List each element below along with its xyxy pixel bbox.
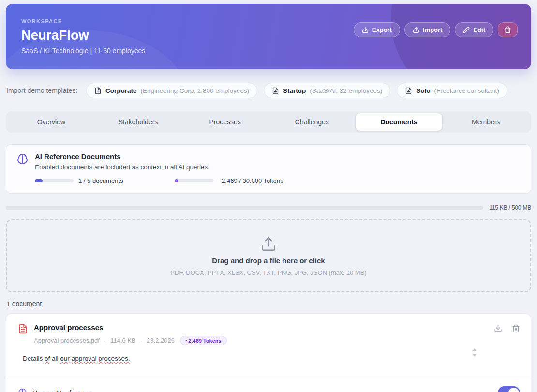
- storage-usage-label: 115 KB / 500 MB: [489, 204, 531, 211]
- ai-reference-toggle-label: Use as AI reference: [32, 389, 492, 392]
- workspace-header: WORKSPACE NeuraFlow SaaS / KI-Technologi…: [6, 4, 531, 69]
- download-document-button[interactable]: [493, 323, 503, 333]
- upload-icon: [413, 27, 419, 33]
- tab-bar: Overview Stakeholders Processes Challeng…: [6, 111, 531, 133]
- ai-reference-card: AI Reference Documents Enabled documents…: [6, 144, 531, 194]
- pencil-icon: [463, 27, 470, 33]
- document-head: Approval processes Approval processes.pd…: [18, 323, 521, 345]
- workspace-page: WORKSPACE NeuraFlow SaaS / KI-Technologi…: [6, 4, 531, 392]
- template-corporate-button[interactable]: Corporate (Engineering Corp, 2,800 emplo…: [86, 83, 257, 98]
- upload-icon: [260, 236, 277, 252]
- edit-button[interactable]: Edit: [455, 22, 493, 37]
- pdf-file-icon: [18, 324, 28, 345]
- meta-separator: ·: [140, 337, 142, 344]
- tokens-badge: ~2.469 Tokens: [180, 336, 227, 345]
- tab-overview[interactable]: Overview: [8, 113, 95, 131]
- file-chart-icon: [272, 87, 279, 94]
- document-title: Approval processes: [34, 323, 227, 332]
- document-filename: Approval processes.pdf: [34, 337, 100, 344]
- export-button[interactable]: Export: [354, 22, 400, 37]
- file-chart-icon: [405, 87, 412, 94]
- document-meta: Approval processes.pdf · 114.6 KB · 23.2…: [34, 336, 227, 345]
- template-detail: (Freelance consultant): [434, 87, 499, 94]
- template-detail: (SaaS/AI, 32 employees): [310, 87, 382, 94]
- ai-reference-title: AI Reference Documents: [35, 152, 283, 161]
- trash-icon: [512, 324, 520, 332]
- meta-separator: ·: [104, 337, 106, 344]
- download-icon: [362, 27, 369, 33]
- trash-icon: [504, 26, 511, 33]
- brain-icon: [17, 153, 28, 165]
- delete-document-button[interactable]: [511, 323, 521, 333]
- template-startup-button[interactable]: Startup (SaaS/AI, 32 employees): [264, 83, 390, 98]
- document-count-label: 1 document: [6, 300, 531, 308]
- tab-processes[interactable]: Processes: [181, 113, 268, 131]
- document-info: Approval processes Approval processes.pd…: [34, 323, 227, 345]
- delete-workspace-button[interactable]: [498, 22, 518, 37]
- brain-icon: [18, 388, 27, 392]
- template-name: Startup: [283, 87, 306, 94]
- tokens-progress-bar: [175, 179, 213, 182]
- documents-progress-bar: [35, 179, 74, 182]
- resize-handle[interactable]: [473, 348, 477, 357]
- document-ai-footer: Use as AI reference: [6, 379, 531, 392]
- edit-button-label: Edit: [473, 26, 485, 33]
- ai-reference-content: AI Reference Documents Enabled documents…: [35, 152, 283, 184]
- document-card-main: Approval processes Approval processes.pd…: [6, 314, 531, 379]
- export-button-label: Export: [372, 26, 392, 33]
- tab-challenges[interactable]: Challenges: [268, 113, 356, 131]
- dropzone-title: Drag and drop a file here or click: [212, 256, 325, 265]
- documents-progress-label: 1 / 5 documents: [78, 177, 123, 184]
- template-solo-button[interactable]: Solo (Freelance consultant): [397, 83, 507, 98]
- ai-reference-description: Enabled documents are included as contex…: [35, 164, 283, 171]
- demo-templates-row: Import demo templates: Corporate (Engine…: [6, 83, 531, 98]
- file-chart-icon: [94, 87, 102, 94]
- document-card: Approval processes Approval processes.pd…: [6, 313, 531, 392]
- document-size: 114.6 KB: [110, 337, 136, 344]
- storage-usage-row: 115 KB / 500 MB: [6, 204, 531, 211]
- dropzone-filetypes: PDF, DOCX, PPTX, XLSX, CSV, TXT, PNG, JP…: [170, 269, 366, 276]
- tab-members[interactable]: Members: [442, 113, 529, 131]
- download-icon: [494, 324, 502, 332]
- document-description-input[interactable]: Details of all our approval processes.: [23, 355, 521, 365]
- template-detail: (Engineering Corp, 2,800 employees): [141, 87, 249, 94]
- template-name: Solo: [416, 87, 430, 94]
- tab-stakeholders[interactable]: Stakeholders: [95, 113, 182, 131]
- ai-reference-toggle[interactable]: [498, 386, 520, 392]
- storage-progress-bar: [6, 206, 483, 210]
- import-button-label: Import: [423, 26, 442, 33]
- document-date: 23.2.2026: [147, 337, 175, 344]
- tab-documents[interactable]: Documents: [356, 113, 443, 131]
- document-actions: [493, 323, 521, 333]
- file-dropzone[interactable]: Drag and drop a file here or click PDF, …: [6, 219, 531, 292]
- tokens-progress-label: ~2.469 / 30.000 Tokens: [218, 177, 283, 184]
- ai-reference-progress-row: 1 / 5 documents ~2.469 / 30.000 Tokens: [35, 177, 283, 184]
- workspace-eyebrow: WORKSPACE: [21, 18, 145, 24]
- template-name: Corporate: [105, 87, 137, 94]
- toggle-knob: [508, 388, 519, 392]
- import-button[interactable]: Import: [404, 22, 450, 37]
- workspace-actions: Export Import Edit: [354, 18, 518, 69]
- templates-label: Import demo templates:: [6, 87, 77, 94]
